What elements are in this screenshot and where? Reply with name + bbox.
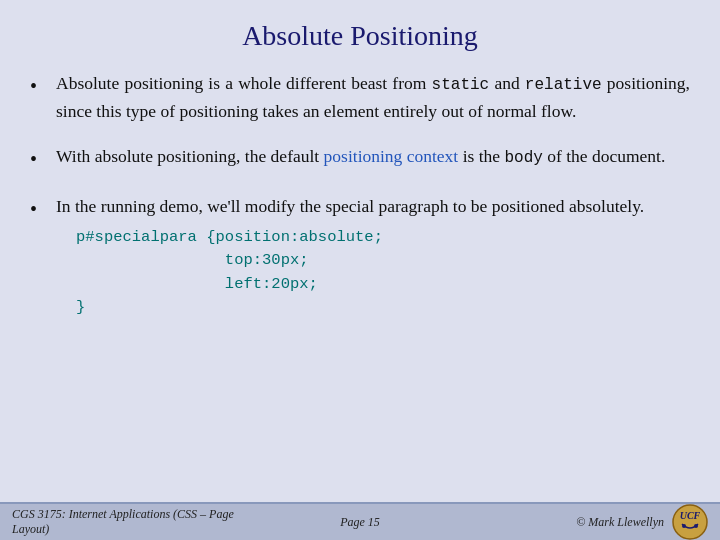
bullet-dot: •: [30, 144, 50, 175]
bullet-text: With absolute positioning, the default p…: [56, 143, 690, 171]
list-item: • In the running demo, we'll modify the …: [30, 193, 690, 319]
footer-center: Page 15: [244, 515, 476, 530]
code-line-4: }: [76, 298, 85, 316]
code-block: p#specialpara {position:absolute; top:30…: [76, 226, 690, 319]
code-line-2: top:30px;: [76, 251, 309, 269]
list-item: • With absolute positioning, the default…: [30, 143, 690, 175]
code-relative: relative: [525, 76, 602, 94]
bullet-dot: •: [30, 71, 50, 102]
slide-footer: CGS 3175: Internet Applications (CSS – P…: [0, 502, 720, 540]
svg-point-3: [694, 524, 698, 528]
slide-container: Absolute Positioning • Absolute position…: [0, 0, 720, 540]
slide-content: Absolute Positioning • Absolute position…: [0, 0, 720, 502]
list-item: • Absolute positioning is a whole differ…: [30, 70, 690, 125]
footer-left: CGS 3175: Internet Applications (CSS – P…: [12, 507, 244, 537]
footer-right: © Mark Llewellyn UCF: [476, 504, 708, 540]
code-line-1: p#specialpara {position:absolute;: [76, 228, 383, 246]
svg-text:UCF: UCF: [680, 510, 701, 521]
bullet-list: • Absolute positioning is a whole differ…: [30, 70, 690, 319]
bullet-dot: •: [30, 194, 50, 225]
positioning-context-link[interactable]: positioning context: [324, 146, 459, 166]
footer-copyright: © Mark Llewellyn: [576, 515, 664, 530]
bullet-text: In the running demo, we'll modify the sp…: [56, 193, 690, 319]
code-body: body: [504, 149, 542, 167]
slide-title: Absolute Positioning: [30, 20, 690, 52]
ucf-logo: UCF: [672, 504, 708, 540]
bullet-text: Absolute positioning is a whole differen…: [56, 70, 690, 125]
code-line-3: left:20px;: [76, 275, 318, 293]
code-static: static: [432, 76, 490, 94]
svg-point-2: [682, 524, 686, 528]
